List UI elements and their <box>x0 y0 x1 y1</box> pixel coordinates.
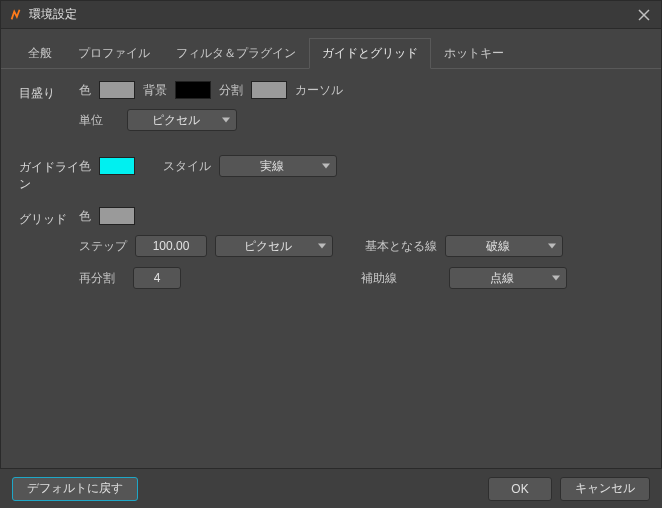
grid-resub-value: 4 <box>154 271 161 285</box>
grid-step-input[interactable]: 100.00 <box>135 235 207 257</box>
chevron-down-icon <box>222 118 230 123</box>
grid-base-label: 基本となる線 <box>365 238 437 255</box>
grid-resub-input[interactable]: 4 <box>133 267 181 289</box>
grid-aux-label: 補助線 <box>361 270 397 287</box>
section-guideline: ガイドライン 色 スタイル 実線 <box>19 155 643 193</box>
tab-filters[interactable]: フィルタ＆プラグイン <box>163 38 309 69</box>
settings-body: 目盛り 色 背景 分割 カーソル 単位 ピクセル ガイドライン <box>1 69 661 481</box>
cancel-button[interactable]: キャンセル <box>560 477 650 501</box>
tab-guides-grid[interactable]: ガイドとグリッド <box>309 38 431 69</box>
grid-resub-label: 再分割 <box>79 270 115 287</box>
section-label-guideline: ガイドライン <box>19 155 79 193</box>
grid-step-label: ステップ <box>79 238 127 255</box>
reset-defaults-button[interactable]: デフォルトに戻す <box>12 477 138 501</box>
chevron-down-icon <box>318 244 326 249</box>
close-icon[interactable] <box>635 6 653 24</box>
section-grid: グリッド 色 ステップ 100.00 ピクセル 基本となる線 破線 <box>19 207 643 299</box>
grid-aux-value: 点線 <box>490 270 514 287</box>
grid-base-select[interactable]: 破線 <box>445 235 563 257</box>
ruler-bg-label: 背景 <box>143 82 167 99</box>
ruler-unit-value: ピクセル <box>152 112 200 129</box>
tab-bar: 全般 プロファイル フィルタ＆プラグイン ガイドとグリッド ホットキー <box>1 29 661 69</box>
section-label-grid: グリッド <box>19 207 79 228</box>
section-label-ruler: 目盛り <box>19 81 79 102</box>
guideline-style-label: スタイル <box>163 158 211 175</box>
grid-color-swatch[interactable] <box>99 207 135 225</box>
section-ruler: 目盛り 色 背景 分割 カーソル 単位 ピクセル <box>19 81 643 141</box>
ruler-division-swatch[interactable] <box>251 81 287 99</box>
tab-hotkeys[interactable]: ホットキー <box>431 38 517 69</box>
grid-step-unit-select[interactable]: ピクセル <box>215 235 333 257</box>
grid-step-value: 100.00 <box>153 239 190 253</box>
grid-aux-select[interactable]: 点線 <box>449 267 567 289</box>
tab-profile[interactable]: プロファイル <box>65 38 163 69</box>
tab-general[interactable]: 全般 <box>15 38 65 69</box>
chevron-down-icon <box>322 164 330 169</box>
ruler-bg-swatch[interactable] <box>175 81 211 99</box>
ok-button[interactable]: OK <box>488 477 552 501</box>
chevron-down-icon <box>552 276 560 281</box>
dialog-footer: デフォルトに戻す OK キャンセル <box>0 468 662 508</box>
grid-base-value: 破線 <box>486 238 510 255</box>
guideline-style-value: 実線 <box>260 158 284 175</box>
window-title: 環境設定 <box>29 6 635 23</box>
guideline-color-label: 色 <box>79 158 91 175</box>
ruler-division-label: 分割 <box>219 82 243 99</box>
grid-color-label: 色 <box>79 208 91 225</box>
ruler-unit-select[interactable]: ピクセル <box>127 109 237 131</box>
title-bar: 環境設定 <box>1 1 661 29</box>
guideline-style-select[interactable]: 実線 <box>219 155 337 177</box>
ruler-color-swatch[interactable] <box>99 81 135 99</box>
ruler-color-label: 色 <box>79 82 91 99</box>
ruler-cursor-label: カーソル <box>295 82 343 99</box>
chevron-down-icon <box>548 244 556 249</box>
grid-step-unit-value: ピクセル <box>244 238 292 255</box>
ruler-unit-label: 単位 <box>79 112 103 129</box>
app-icon <box>9 8 23 22</box>
guideline-color-swatch[interactable] <box>99 157 135 175</box>
